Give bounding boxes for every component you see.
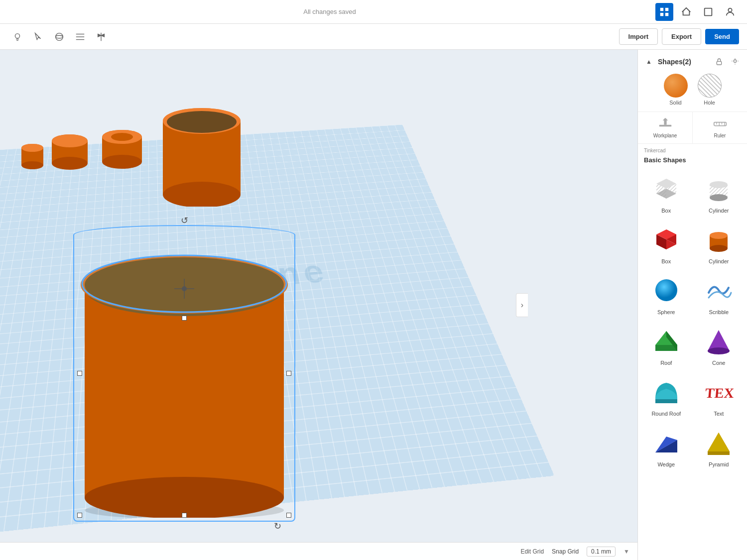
- cylinder-main-selected[interactable]: ↺ ↻: [77, 229, 291, 518]
- svg-point-24: [102, 155, 142, 169]
- cylinder-orange-preview: [703, 224, 735, 255]
- cone-preview: [703, 325, 735, 357]
- shape-item-roof[interactable]: Roof: [640, 320, 693, 371]
- text-label: Text: [714, 411, 724, 417]
- light-prop-icon[interactable]: [729, 56, 741, 68]
- hole-option[interactable]: Hole: [698, 74, 722, 106]
- box-red-preview: [650, 224, 682, 255]
- cylinder-gray-label: Cylinder: [709, 208, 729, 214]
- shape-item-box-gray[interactable]: Box: [640, 168, 693, 219]
- import-button[interactable]: Import: [619, 28, 658, 45]
- shape-item-cone[interactable]: Cone: [693, 320, 746, 371]
- svg-point-16: [21, 144, 43, 152]
- export-button[interactable]: Export: [662, 28, 701, 45]
- shape-options: Solid Hole: [644, 74, 741, 106]
- lock-icon[interactable]: [713, 56, 725, 68]
- ruler-label: Ruler: [714, 133, 726, 138]
- shape-props-header: ▲ Shapes(2): [644, 56, 741, 68]
- svg-point-6: [15, 33, 19, 38]
- svg-point-29: [163, 182, 241, 207]
- svg-point-77: [708, 347, 730, 354]
- svg-rect-4: [705, 8, 712, 15]
- svg-point-70: [710, 245, 728, 252]
- wedge-label: Wedge: [657, 461, 675, 467]
- handle-center[interactable]: [182, 316, 187, 321]
- sphere-label: Sphere: [657, 309, 675, 315]
- build-icon[interactable]: [677, 3, 695, 21]
- snap-grid-label: Snap Grid: [552, 548, 579, 555]
- svg-point-15: [21, 161, 43, 169]
- handle-bottom-right[interactable]: [286, 513, 291, 518]
- right-panel: ▲ Shapes(2) Solid Hole: [637, 50, 747, 560]
- orbit-tool[interactable]: [50, 27, 69, 46]
- shapes-grid: Box: [638, 168, 747, 472]
- solid-label: Solid: [669, 100, 681, 106]
- grid-view-icon[interactable]: [655, 3, 673, 21]
- lightbulb-tool[interactable]: [8, 27, 27, 46]
- wedge-preview: [650, 427, 682, 458]
- roof-preview: [650, 325, 682, 357]
- rotate-handle-bottom[interactable]: ↻: [274, 521, 281, 532]
- cylinder-hollow[interactable]: [100, 127, 144, 174]
- round-roof-label: Round Roof: [651, 411, 681, 417]
- svg-point-71: [710, 232, 728, 239]
- save-status: All changes saved: [303, 8, 356, 15]
- snap-grid-value[interactable]: 0.1 mm: [587, 547, 616, 557]
- svg-marker-86: [708, 451, 730, 455]
- shape-item-round-roof[interactable]: Round Roof: [640, 371, 693, 422]
- handle-mid-right[interactable]: [286, 371, 291, 376]
- shape-item-scribble[interactable]: Scribble: [693, 269, 746, 320]
- svg-rect-42: [717, 61, 721, 65]
- svg-rect-48: [659, 125, 671, 127]
- snap-grid-arrow[interactable]: ▼: [623, 548, 629, 555]
- box-gray-label: Box: [661, 208, 671, 214]
- ruler-button[interactable]: Ruler: [693, 112, 747, 143]
- cursor-select-tool[interactable]: [29, 27, 48, 46]
- svg-point-7: [56, 33, 63, 40]
- cylinder-small-1[interactable]: [20, 142, 45, 169]
- send-button[interactable]: Send: [705, 29, 739, 44]
- svg-point-19: [52, 157, 88, 170]
- account-icon[interactable]: [721, 3, 739, 21]
- toolbar: Import Export Send: [0, 24, 747, 50]
- cylinder-small-2[interactable]: [50, 132, 90, 172]
- cylinder-large-top[interactable]: [159, 107, 244, 204]
- roof-label: Roof: [660, 360, 672, 366]
- shape-item-box-red[interactable]: Box: [640, 219, 693, 269]
- rotate-handle-top[interactable]: ↺: [181, 215, 188, 226]
- box-red-label: Box: [661, 258, 671, 264]
- handle-bottom-left[interactable]: [77, 513, 82, 518]
- svg-point-20: [52, 134, 88, 147]
- align-tool[interactable]: [71, 27, 90, 46]
- workplane-button[interactable]: Workplane: [638, 112, 693, 143]
- main-content: Workplane: [0, 50, 747, 560]
- shape-item-wedge[interactable]: Wedge: [640, 422, 693, 472]
- mirror-tool[interactable]: [92, 27, 111, 46]
- solid-option[interactable]: Solid: [664, 74, 688, 106]
- shape-item-text[interactable]: TEXT Text: [693, 371, 746, 422]
- panel-expand-chevron[interactable]: ›: [516, 293, 528, 317]
- handle-mid-left[interactable]: [77, 371, 82, 376]
- svg-rect-1: [665, 7, 668, 10]
- collapse-button[interactable]: ▲: [644, 57, 654, 67]
- shape-item-cylinder-orange[interactable]: Cylinder: [693, 219, 746, 269]
- text-preview: TEXT: [703, 376, 735, 408]
- viewport[interactable]: Workplane: [0, 50, 637, 560]
- shape-item-sphere[interactable]: Sphere: [640, 269, 693, 320]
- sphere-preview: [650, 274, 682, 306]
- handle-bottom-center[interactable]: [182, 513, 187, 518]
- shape-item-cylinder-gray[interactable]: Cylinder: [693, 168, 746, 219]
- edit-grid-button[interactable]: Edit Grid: [520, 548, 544, 555]
- svg-marker-85: [708, 433, 730, 451]
- cone-label: Cone: [712, 360, 725, 366]
- shape-properties: ▲ Shapes(2) Solid Hole: [638, 50, 747, 112]
- solid-preview: [664, 74, 688, 98]
- topbar: All changes saved: [0, 0, 747, 24]
- layers-icon[interactable]: [699, 3, 717, 21]
- statusbar: Edit Grid Snap Grid 0.1 mm ▼: [0, 542, 637, 560]
- cylinder-orange-label: Cylinder: [709, 258, 729, 264]
- svg-point-8: [56, 35, 63, 38]
- shape-item-pyramid[interactable]: Pyramid: [693, 422, 746, 472]
- shape-count: Shapes(2): [658, 58, 709, 66]
- svg-rect-79: [655, 399, 677, 403]
